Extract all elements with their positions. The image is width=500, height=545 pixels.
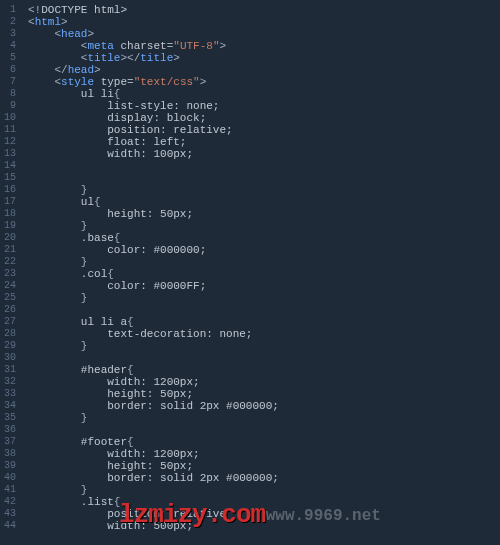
line-number: 9 [4,100,16,112]
code-line[interactable]: #footer{ [28,436,500,448]
line-number: 36 [4,424,16,436]
line-number: 17 [4,196,16,208]
line-number: 2 [4,16,16,28]
code-line[interactable]: #header{ [28,364,500,376]
code-line[interactable]: } [28,256,500,268]
line-number: 43 [4,508,16,520]
line-number: 35 [4,412,16,424]
line-number: 7 [4,76,16,88]
code-line[interactable] [28,172,500,184]
code-line[interactable] [28,352,500,364]
line-number: 33 [4,388,16,400]
code-editor[interactable]: 1234567891011121314151617181920212223242… [0,0,500,545]
line-number: 18 [4,208,16,220]
line-number: 39 [4,460,16,472]
line-number: 30 [4,352,16,364]
code-line[interactable]: } [28,292,500,304]
code-line[interactable]: border: solid 2px #000000; [28,400,500,412]
line-number: 22 [4,256,16,268]
code-line[interactable]: } [28,412,500,424]
code-line[interactable]: border: solid 2px #000000; [28,472,500,484]
code-line[interactable]: <!DOCTYPE html> [28,4,500,16]
code-line[interactable]: ul{ [28,196,500,208]
code-line[interactable] [28,304,500,316]
code-line[interactable]: width: 1200px; [28,448,500,460]
code-line[interactable]: .list{ [28,496,500,508]
code-line[interactable]: float: left; [28,136,500,148]
line-number: 5 [4,52,16,64]
line-number: 40 [4,472,16,484]
line-number: 4 [4,40,16,52]
code-line[interactable]: position: relative [28,508,500,520]
line-number: 37 [4,436,16,448]
line-number: 38 [4,448,16,460]
code-line[interactable]: <style type="text/css"> [28,76,500,88]
line-number: 16 [4,184,16,196]
code-line[interactable]: ul li a{ [28,316,500,328]
code-line[interactable]: width: 500px; [28,520,500,532]
line-number: 27 [4,316,16,328]
code-line[interactable]: height: 50px; [28,208,500,220]
line-number: 10 [4,112,16,124]
code-line[interactable]: <html> [28,16,500,28]
line-number: 14 [4,160,16,172]
code-line[interactable]: <meta charset="UTF-8"> [28,40,500,52]
code-line[interactable]: <title></title> [28,52,500,64]
code-line[interactable]: height: 50px; [28,460,500,472]
code-line[interactable]: } [28,484,500,496]
line-number: 21 [4,244,16,256]
line-number: 44 [4,520,16,532]
line-number: 11 [4,124,16,136]
line-number: 20 [4,232,16,244]
code-line[interactable]: color: #0000FF; [28,280,500,292]
code-line[interactable]: display: block; [28,112,500,124]
line-number: 12 [4,136,16,148]
line-number: 26 [4,304,16,316]
line-number: 41 [4,484,16,496]
code-line[interactable]: width: 1200px; [28,376,500,388]
line-number: 15 [4,172,16,184]
line-number: 6 [4,64,16,76]
code-line[interactable]: position: relative; [28,124,500,136]
line-number: 23 [4,268,16,280]
line-number: 31 [4,364,16,376]
line-number: 3 [4,28,16,40]
code-line[interactable]: .col{ [28,268,500,280]
code-line[interactable]: .base{ [28,232,500,244]
code-line[interactable] [28,160,500,172]
code-line[interactable]: text-decoration: none; [28,328,500,340]
code-line[interactable]: list-style: none; [28,100,500,112]
code-line[interactable]: } [28,184,500,196]
line-number: 32 [4,376,16,388]
line-number: 28 [4,328,16,340]
line-number: 25 [4,292,16,304]
code-line[interactable]: width: 100px; [28,148,500,160]
code-line[interactable]: height: 50px; [28,388,500,400]
line-number: 24 [4,280,16,292]
line-number: 42 [4,496,16,508]
line-number: 8 [4,88,16,100]
code-line[interactable]: color: #000000; [28,244,500,256]
line-number: 29 [4,340,16,352]
code-line[interactable]: } [28,340,500,352]
code-area[interactable]: <!DOCTYPE html><html> <head> <meta chars… [24,0,500,545]
code-line[interactable]: </head> [28,64,500,76]
line-number: 1 [4,4,16,16]
line-number: 13 [4,148,16,160]
line-number: 19 [4,220,16,232]
code-line[interactable]: } [28,220,500,232]
line-number: 34 [4,400,16,412]
line-number-gutter: 1234567891011121314151617181920212223242… [0,0,24,545]
code-line[interactable]: ul li{ [28,88,500,100]
code-line[interactable] [28,424,500,436]
code-line[interactable]: <head> [28,28,500,40]
